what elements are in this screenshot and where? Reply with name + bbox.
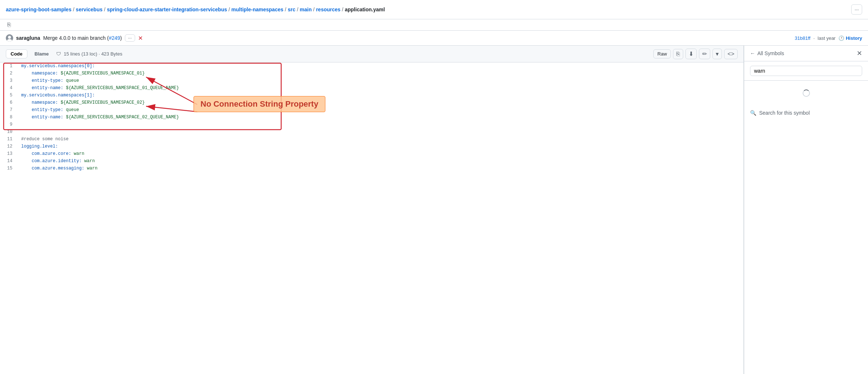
table-row: 2 namespace: ${AZURE_SERVICEBUS_NAMESPAC… xyxy=(0,70,743,77)
copy-path-icon[interactable]: ⎘ xyxy=(6,20,12,29)
tab-code[interactable]: Code xyxy=(6,49,27,58)
line-num-10: 10 xyxy=(0,128,18,136)
svg-point-1 xyxy=(8,36,11,39)
search-for-symbol-label: Search for this symbol xyxy=(759,110,810,116)
table-row: 10 xyxy=(0,128,743,136)
code-panel: Code Blame 🛡 15 lines (13 loc) · 423 Byt… xyxy=(0,46,744,374)
breadcrumb-part-5[interactable]: main xyxy=(300,7,312,12)
raw-button[interactable]: Raw xyxy=(653,49,671,58)
breadcrumb-part-2[interactable]: spring-cloud-azure-starter-integration-s… xyxy=(107,7,227,12)
line-code-15: com.azure.messaging: warn xyxy=(18,165,743,172)
symbol-panel-close-button[interactable]: ✕ xyxy=(857,50,862,57)
info-icon: 🛡 xyxy=(56,51,61,57)
spinner xyxy=(803,89,810,97)
breadcrumb-part-6[interactable]: resources xyxy=(316,7,340,12)
line-num-15: 15 xyxy=(0,165,18,172)
table-row: 5 my.servicebus.namespaces[1]: xyxy=(0,92,743,99)
symbol-search-placeholder[interactable]: 🔍 Search for this symbol xyxy=(744,106,868,120)
line-num-4: 4 xyxy=(0,84,18,92)
symbol-panel-header: ← All Symbols ✕ xyxy=(744,46,868,61)
header: azure-spring-boot-samples / servicebus /… xyxy=(0,0,868,19)
download-button[interactable]: ⬇ xyxy=(685,49,697,59)
history-link[interactable]: 🕐 History xyxy=(838,35,862,41)
commit-time: · xyxy=(813,35,815,41)
symbols-button[interactable]: <> xyxy=(724,49,738,59)
line-num-7: 7 xyxy=(0,106,18,114)
breadcrumb-sep-2: / xyxy=(104,7,106,12)
line-code-14: com.azure.identity: warn xyxy=(18,157,743,165)
avatar xyxy=(6,34,13,42)
symbol-search-input[interactable] xyxy=(750,66,862,76)
line-code-8: entity-name: ${AZURE_SERVICEBUS_NAMESPAC… xyxy=(18,114,743,121)
line-num-12: 12 xyxy=(0,143,18,150)
code-table: 1 my.servicebus.namespaces[0]: 2 namespa… xyxy=(0,62,743,172)
table-row: 15 com.azure.messaging: warn xyxy=(0,165,743,172)
line-num-9: 9 xyxy=(0,121,18,128)
all-symbols-label: All Symbols xyxy=(757,50,784,56)
breadcrumb-part-3[interactable]: multiple-namespaces xyxy=(232,7,283,12)
header-actions: ··· xyxy=(851,4,862,15)
commit-close-button[interactable]: ✕ xyxy=(138,35,143,42)
copy-button[interactable]: ⎘ xyxy=(673,49,683,59)
symbol-search-area xyxy=(744,61,868,81)
breadcrumb-repo[interactable]: azure-spring-boot-samples xyxy=(6,7,72,12)
line-code-12: logging.level: xyxy=(18,143,743,150)
commit-right: 31b81ff · last year 🕐 History xyxy=(795,35,862,41)
line-code-2: namespace: ${AZURE_SERVICEBUS_NAMESPACE_… xyxy=(18,70,743,77)
breadcrumb-sep-6: / xyxy=(313,7,315,12)
breadcrumb-sep-5: / xyxy=(297,7,298,12)
code-container: 1 my.servicebus.namespaces[0]: 2 namespa… xyxy=(0,62,743,172)
commit-bar: saragluna Merge 4.0.0 to main branch (#2… xyxy=(0,31,868,46)
code-toolbar-left: Code Blame 🛡 15 lines (13 loc) · 423 Byt… xyxy=(6,49,122,58)
symbol-back-button[interactable]: ← All Symbols xyxy=(750,50,784,56)
line-num-5: 5 xyxy=(0,92,18,99)
line-num-11: 11 xyxy=(0,136,18,143)
line-num-13: 13 xyxy=(0,150,18,157)
line-code-9 xyxy=(18,121,743,128)
table-row: 8 entity-name: ${AZURE_SERVICEBUS_NAMESP… xyxy=(0,114,743,121)
table-row: 4 entity-name: ${AZURE_SERVICEBUS_NAMESP… xyxy=(0,84,743,92)
commit-author[interactable]: saragluna xyxy=(16,35,40,41)
line-code-10 xyxy=(18,128,743,136)
table-row: 9 xyxy=(0,121,743,128)
line-num-6: 6 xyxy=(0,99,18,106)
line-num-14: 14 xyxy=(0,157,18,165)
breadcrumb-sep-7: / xyxy=(342,7,343,12)
history-clock-icon: 🕐 xyxy=(838,35,844,41)
back-arrow-icon: ← xyxy=(750,50,755,56)
commit-left: saragluna Merge 4.0.0 to main branch (#2… xyxy=(6,34,143,42)
history-label: History xyxy=(846,35,862,41)
breadcrumb-sep-1: / xyxy=(73,7,74,12)
line-code-1: my.servicebus.namespaces[0]: xyxy=(18,62,743,70)
commit-more-button[interactable]: ··· xyxy=(125,34,135,42)
breadcrumb-part-4[interactable]: src xyxy=(288,7,295,12)
main-content: Code Blame 🛡 15 lines (13 loc) · 423 Byt… xyxy=(0,46,868,374)
line-num-8: 8 xyxy=(0,114,18,121)
line-num-2: 2 xyxy=(0,70,18,77)
line-code-3: entity-type: queue xyxy=(18,77,743,84)
more-options-button[interactable]: ··· xyxy=(851,4,862,15)
commit-time-label: last year xyxy=(818,35,836,41)
table-row: 6 namespace: ${AZURE_SERVICEBUS_NAMESPAC… xyxy=(0,99,743,106)
symbol-panel: ← All Symbols ✕ 🔍 Search for this symbol xyxy=(744,46,868,374)
table-row: 14 com.azure.identity: warn xyxy=(0,157,743,165)
breadcrumb: azure-spring-boot-samples / servicebus /… xyxy=(6,7,385,12)
edit-button[interactable]: ✏ xyxy=(699,49,710,59)
breadcrumb-part-1[interactable]: servicebus xyxy=(76,7,103,12)
line-code-4: entity-name: ${AZURE_SERVICEBUS_NAMESPAC… xyxy=(18,84,743,92)
commit-pr-link[interactable]: #249 xyxy=(109,35,120,41)
commit-hash-link[interactable]: 31b81ff xyxy=(795,35,810,41)
commit-message: Merge 4.0.0 to main branch (#249) xyxy=(43,35,122,41)
table-row: 11 #reduce some noise xyxy=(0,136,743,143)
line-code-11: #reduce some noise xyxy=(18,136,743,143)
line-code-7: entity-type: queue xyxy=(18,106,743,114)
more-button[interactable]: ▾ xyxy=(712,49,722,59)
table-row: 1 my.servicebus.namespaces[0]: xyxy=(0,62,743,70)
line-code-6: namespace: ${AZURE_SERVICEBUS_NAMESPACE_… xyxy=(18,99,743,106)
symbol-loading-spinner xyxy=(744,81,868,106)
tab-blame[interactable]: Blame xyxy=(30,50,53,58)
line-code-13: com.azure.core: warn xyxy=(18,150,743,157)
code-toolbar-right: Raw ⎘ ⬇ ✏ ▾ <> xyxy=(653,49,738,59)
table-row: 7 entity-type: queue xyxy=(0,106,743,114)
breadcrumb-sep-3: / xyxy=(229,7,230,12)
